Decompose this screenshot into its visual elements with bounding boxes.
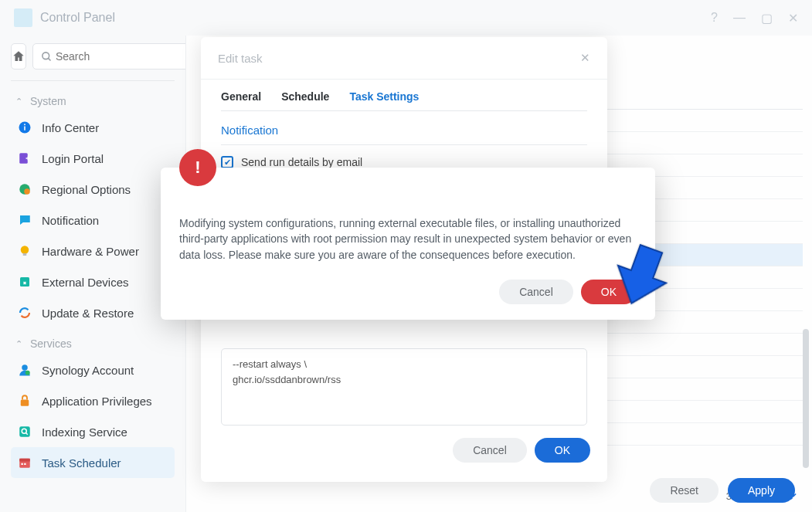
bulb-icon (17, 243, 32, 259)
lock-icon (17, 393, 32, 409)
sidebar: ⌃ System Info Center Login Portal Region… (0, 36, 185, 512)
reset-button[interactable]: Reset (650, 478, 719, 503)
svg-rect-13 (21, 400, 29, 406)
svg-point-0 (42, 52, 49, 59)
device-icon (17, 274, 32, 290)
tab-task-settings[interactable]: Task Settings (349, 90, 419, 110)
search-input-wrap[interactable] (32, 43, 199, 70)
sidebar-item-task-scheduler[interactable]: Task Scheduler (11, 447, 175, 478)
info-icon (17, 120, 32, 135)
modal-title: Edit task (218, 52, 263, 65)
svg-point-4 (24, 124, 25, 125)
checkbox-label: Send run details by email (241, 156, 362, 168)
help-icon[interactable]: ? (711, 11, 718, 25)
close-icon[interactable]: ✕ (788, 11, 798, 25)
search-icon (41, 51, 53, 63)
user-icon (17, 362, 32, 378)
checkbox-send-email[interactable]: ✔ (221, 156, 233, 168)
svg-point-8 (21, 246, 29, 254)
home-icon (12, 49, 25, 63)
section-notification: Notification (221, 124, 587, 145)
tab-general[interactable]: General (221, 90, 261, 110)
sidebar-item-notification[interactable]: Notification (11, 205, 175, 236)
globe-icon (17, 181, 32, 197)
sidebar-item-external[interactable]: External Devices (11, 266, 175, 297)
search-service-icon (17, 424, 32, 439)
edit-cancel-button[interactable]: Cancel (453, 438, 527, 463)
svg-rect-9 (23, 253, 27, 256)
app-icon (14, 8, 32, 27)
dialog-cancel-button[interactable]: Cancel (499, 280, 573, 304)
sidebar-item-info-center[interactable]: Info Center (11, 112, 175, 143)
modal-close-icon[interactable]: ✕ (580, 51, 590, 65)
titlebar: Control Panel ? — ▢ ✕ (0, 0, 812, 36)
dialog-ok-button[interactable]: OK (581, 280, 637, 304)
portal-icon (17, 151, 32, 166)
sidebar-item-login-portal[interactable]: Login Portal (11, 143, 175, 174)
svg-rect-18 (19, 459, 30, 462)
search-input[interactable] (56, 50, 191, 63)
svg-rect-10 (20, 277, 29, 287)
sidebar-item-app-privileges[interactable]: Application Privileges (11, 385, 175, 416)
sidebar-item-update[interactable]: Update & Restore (11, 297, 175, 328)
sidebar-item-synology-account[interactable]: Synology Account (11, 354, 175, 385)
home-button[interactable] (11, 43, 26, 70)
chat-icon (17, 212, 32, 228)
maximize-icon[interactable]: ▢ (761, 11, 773, 25)
window-title: Control Panel (40, 11, 711, 25)
svg-rect-3 (24, 127, 25, 131)
sidebar-item-regional[interactable]: Regional Options (11, 174, 175, 205)
svg-point-7 (24, 188, 30, 195)
divider (11, 80, 175, 81)
chevron-up-icon: ⌃ (15, 97, 22, 107)
svg-rect-20 (24, 463, 25, 465)
sidebar-group-system[interactable]: ⌃ System (11, 86, 175, 112)
svg-rect-14 (19, 426, 30, 437)
minimize-icon[interactable]: — (733, 11, 746, 25)
svg-point-12 (25, 371, 30, 375)
calendar-icon (17, 455, 32, 470)
chevron-up-icon: ⌃ (15, 339, 22, 349)
svg-line-1 (48, 58, 50, 60)
warning-dialog: ! Modifying system configurations, runni… (161, 168, 655, 320)
scrollbar-thumb[interactable] (803, 329, 809, 468)
script-textarea[interactable]: --restart always \ ghcr.io/ssddanbrown/r… (221, 348, 587, 426)
svg-point-11 (22, 365, 28, 371)
sidebar-group-services[interactable]: ⌃ Services (11, 328, 175, 354)
sidebar-item-indexing[interactable]: Indexing Service (11, 416, 175, 447)
warning-icon: ! (179, 149, 216, 186)
sync-icon (17, 305, 32, 320)
sidebar-item-hardware[interactable]: Hardware & Power (11, 236, 175, 266)
apply-button[interactable]: Apply (728, 478, 795, 503)
svg-rect-19 (22, 463, 23, 465)
tab-schedule[interactable]: Schedule (281, 90, 329, 110)
warning-text: Modifying system configurations, running… (179, 215, 637, 263)
edit-ok-button[interactable]: OK (535, 438, 590, 463)
